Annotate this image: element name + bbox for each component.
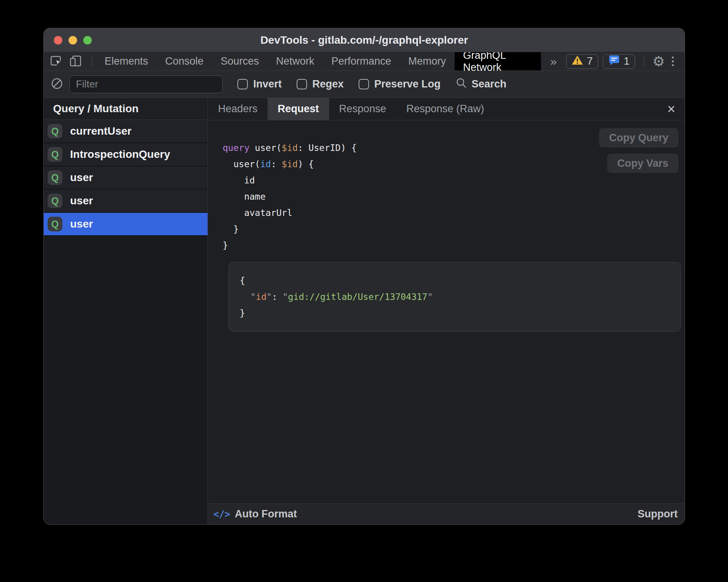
tab-network[interactable]: Network bbox=[268, 52, 323, 70]
detail-tab-strip: HeadersRequestResponseResponse (Raw) × bbox=[208, 98, 685, 120]
toolbar-right-separator bbox=[644, 56, 644, 67]
auto-format-button[interactable]: Auto Format bbox=[235, 508, 297, 520]
close-icon[interactable]: × bbox=[665, 98, 678, 120]
code-line: id bbox=[223, 172, 685, 188]
more-tabs-chevron[interactable]: » bbox=[541, 52, 566, 70]
search-icon bbox=[455, 77, 467, 91]
request-tab-content: query user($id: UserID) { user(id: $id) … bbox=[208, 120, 685, 503]
tab-elements[interactable]: Elements bbox=[96, 52, 157, 70]
detail-tab-request[interactable]: Request bbox=[268, 98, 329, 120]
code-line: { bbox=[240, 272, 670, 289]
filter-input[interactable] bbox=[69, 75, 223, 93]
checkbox-box bbox=[237, 79, 248, 89]
search-label: Search bbox=[472, 78, 507, 90]
checkbox-box bbox=[297, 79, 307, 89]
request-detail-panel: HeadersRequestResponseResponse (Raw) × q… bbox=[208, 98, 685, 524]
query-list-item[interactable]: QIntrospectionQuery bbox=[44, 143, 208, 166]
filter-bar: InvertRegexPreserve Log Search bbox=[44, 71, 685, 98]
warning-count: 7 bbox=[587, 55, 593, 67]
code-line: } bbox=[223, 237, 685, 253]
query-type-badge: Q bbox=[48, 124, 62, 139]
kebab-menu-icon[interactable] bbox=[670, 56, 676, 66]
code-line: } bbox=[240, 305, 670, 321]
checkbox-label: Invert bbox=[253, 78, 282, 90]
tab-graphql-network[interactable]: GraphQL Network bbox=[455, 52, 541, 70]
query-type-badge: Q bbox=[48, 147, 62, 162]
settings-gear-icon[interactable]: ⚙ bbox=[652, 55, 665, 68]
toolbar-separator bbox=[92, 56, 92, 67]
query-type-badge: Q bbox=[48, 217, 62, 231]
checkbox-invert[interactable]: Invert bbox=[237, 78, 282, 90]
checkbox-label: Regex bbox=[312, 78, 344, 90]
warning-icon bbox=[572, 55, 583, 68]
copy-vars-button[interactable]: Copy Vars bbox=[607, 154, 678, 173]
checkbox-preserve-log[interactable]: Preserve Log bbox=[359, 78, 441, 90]
checkbox-label: Preserve Log bbox=[374, 78, 441, 90]
code-line: } bbox=[223, 221, 685, 237]
query-name: user bbox=[70, 218, 93, 230]
message-icon bbox=[608, 54, 620, 68]
search-toggle[interactable]: Search bbox=[455, 77, 507, 91]
issues-badge[interactable]: 1 bbox=[603, 54, 635, 69]
detail-tab-response-raw-[interactable]: Response (Raw) bbox=[396, 98, 494, 120]
support-link[interactable]: Support bbox=[638, 508, 678, 520]
message-count: 1 bbox=[624, 55, 630, 67]
code-line: name bbox=[223, 188, 685, 205]
query-type-badge: Q bbox=[48, 193, 62, 208]
warnings-badge[interactable]: 7 bbox=[566, 54, 598, 69]
tab-console[interactable]: Console bbox=[157, 52, 212, 70]
query-list-item[interactable]: QcurrentUser bbox=[44, 120, 208, 143]
query-name: user bbox=[70, 171, 93, 184]
devtools-tab-strip: ElementsConsoleSourcesNetworkPerformance… bbox=[44, 52, 685, 71]
code-format-icon: </> bbox=[213, 509, 230, 520]
code-line: "id": "gid://gitlab/User/13704317" bbox=[240, 289, 670, 305]
devtools-window: DevTools - gitlab.com/-/graphql-explorer… bbox=[43, 28, 685, 525]
copy-query-button[interactable]: Copy Query bbox=[599, 128, 678, 147]
query-variables-box: { "id": "gid://gitlab/User/13704317"} bbox=[228, 262, 681, 332]
query-list-header: Query / Mutation bbox=[44, 98, 208, 120]
query-list-item[interactable]: Quser bbox=[44, 190, 208, 213]
query-name: IntrospectionQuery bbox=[70, 148, 170, 161]
title-bar: DevTools - gitlab.com/-/graphql-explorer bbox=[44, 28, 685, 52]
query-list-item[interactable]: Quser bbox=[44, 213, 208, 236]
detail-tab-response[interactable]: Response bbox=[329, 98, 397, 120]
query-name: user bbox=[70, 195, 93, 207]
tab-memory[interactable]: Memory bbox=[400, 52, 455, 70]
query-list-panel: Query / Mutation QcurrentUserQIntrospect… bbox=[44, 98, 208, 524]
detail-footer: </> Auto Format Support bbox=[208, 503, 685, 524]
detail-tab-headers[interactable]: Headers bbox=[208, 98, 268, 120]
tab-performance[interactable]: Performance bbox=[323, 52, 400, 70]
checkbox-regex[interactable]: Regex bbox=[297, 78, 344, 90]
tab-sources[interactable]: Sources bbox=[212, 52, 268, 70]
window-title: DevTools - gitlab.com/-/graphql-explorer bbox=[44, 34, 685, 46]
query-name: currentUser bbox=[70, 125, 132, 137]
query-list-item[interactable]: Quser bbox=[44, 166, 208, 190]
checkbox-box bbox=[359, 79, 369, 89]
inspect-element-icon[interactable] bbox=[49, 54, 63, 69]
block-requests-icon[interactable] bbox=[51, 77, 63, 91]
code-line: avatarUrl bbox=[223, 205, 685, 221]
device-toolbar-icon[interactable] bbox=[69, 54, 82, 69]
query-type-badge: Q bbox=[48, 170, 62, 185]
